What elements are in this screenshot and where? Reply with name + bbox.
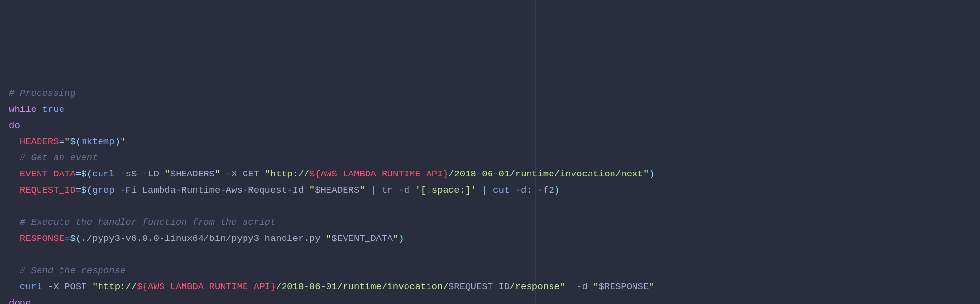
flag: -Fi [120, 185, 137, 195]
flag: -sS [120, 169, 137, 179]
subst-open: $( [81, 169, 92, 179]
string-quote: " [560, 282, 565, 292]
subst-close: ) [554, 185, 560, 195]
keyword-do: do [9, 120, 20, 131]
subst-open: $( [70, 233, 81, 244]
builtin-true: true [42, 104, 64, 115]
path: ./pypy3-v6.0.0-linux64/bin/pypy3 [81, 233, 259, 244]
string-quote: " [393, 233, 398, 244]
operator: = [64, 233, 70, 244]
operator: = [59, 136, 64, 147]
string-quote: " [164, 169, 170, 179]
string: '[:space:]' [415, 185, 476, 195]
flag: -X [48, 282, 59, 292]
var-response: RESPONSE [20, 233, 64, 244]
subst-open: $( [70, 136, 81, 147]
subst-close: ) [649, 169, 654, 179]
flag: -d [576, 282, 588, 292]
flag: -d [398, 185, 409, 195]
url-path: /2018-06-01/runtime/invocation/ [276, 282, 448, 292]
column-ruler [535, 0, 536, 304]
comment: # Processing [9, 88, 76, 99]
string-quote: " [120, 136, 125, 147]
cmd-cut: cut [493, 185, 510, 195]
interp-var: AWS_LAMBDA_RUNTIME_API [321, 169, 443, 179]
var-ref: $REQUEST_ID [449, 282, 510, 292]
cmd-curl: curl [20, 282, 42, 292]
subst-open: $( [81, 185, 92, 195]
comment: # Get an event [20, 152, 98, 163]
method: GET [243, 169, 259, 179]
url: http:// [98, 282, 137, 292]
cmd-curl: curl [92, 169, 115, 179]
flag: -LD [143, 169, 159, 179]
var-ref: $EVENT_DATA [331, 233, 392, 244]
pipe: | [476, 185, 493, 195]
string-quote: " [309, 185, 315, 195]
cmd-grep: grep [92, 185, 115, 195]
operator: = [76, 185, 81, 195]
var-headers: HEADERS [20, 136, 59, 147]
interp-open: ${ [309, 169, 321, 179]
string-quote: " [326, 233, 331, 244]
comment: # Send the response [20, 265, 126, 276]
arg: Lambda-Runtime-Aws-Request-Id [143, 185, 304, 195]
var-ref: $HEADERS [170, 169, 215, 179]
url: http:// [270, 169, 309, 179]
flag: -d: [515, 185, 532, 195]
string-quote: " [643, 169, 649, 179]
flag: -f2 [537, 185, 554, 195]
url-path: /2018-06-01/runtime/invocation/next [449, 169, 643, 179]
string-quote: " [64, 136, 70, 147]
code-block: # Processing while true do HEADERS="$(mk… [9, 86, 971, 304]
interp-close: } [270, 282, 276, 292]
method: POST [64, 282, 87, 292]
url-path: /response [510, 282, 560, 292]
comment: # Execute the handler function from the … [20, 217, 276, 228]
var-ref: $HEADERS [315, 185, 359, 195]
string-quote: " [215, 169, 220, 179]
interp-open: ${ [137, 282, 148, 292]
cmd-tr: tr [382, 185, 393, 195]
interp-close: } [443, 169, 449, 179]
string-quote: " [649, 282, 654, 292]
var-event-data: EVENT_DATA [20, 169, 76, 179]
operator: = [76, 169, 81, 179]
pipe: | [365, 185, 382, 195]
string-quote: " [593, 282, 598, 292]
keyword-done: done [9, 298, 31, 304]
var-request-id: REQUEST_ID [20, 185, 76, 195]
string-quote: " [359, 185, 365, 195]
subst-close: ) [398, 233, 404, 244]
flag: -X [226, 169, 237, 179]
keyword-while: while [9, 104, 37, 115]
subst-close: ) [115, 136, 120, 147]
interp-var: AWS_LAMBDA_RUNTIME_API [148, 282, 270, 292]
string-quote: " [92, 282, 98, 292]
arg: handler.py [265, 233, 321, 244]
cmd-mktemp: mktemp [81, 136, 114, 147]
string-quote: " [265, 169, 270, 179]
var-ref: $RESPONSE [599, 282, 649, 292]
